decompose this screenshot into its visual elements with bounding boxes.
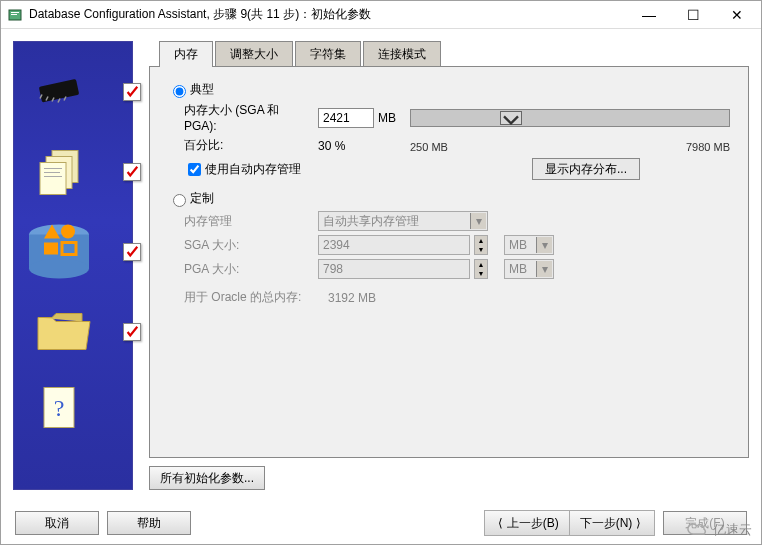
svg-line-7: [58, 99, 60, 103]
sga-spinner: ▲▼: [474, 235, 488, 255]
wizard-sidebar: ?: [13, 41, 133, 490]
total-mem-label: 用于 Oracle 的总内存:: [184, 289, 324, 306]
step-check-icon: [123, 83, 141, 101]
all-init-params-button[interactable]: 所有初始化参数...: [149, 466, 265, 490]
sga-input: [318, 235, 470, 255]
slider-max-label: 7980 MB: [686, 141, 730, 153]
chevron-down-icon: ▾: [536, 237, 552, 253]
total-mem-value: 3192 MB: [328, 291, 376, 305]
sga-label: SGA 大小:: [184, 237, 314, 254]
tab-connection-mode[interactable]: 连接模式: [363, 41, 441, 67]
svg-rect-11: [40, 163, 66, 195]
memory-size-unit: MB: [378, 111, 406, 125]
pga-unit-combo: MB ▾: [504, 259, 554, 279]
slider-thumb[interactable]: [500, 111, 522, 125]
close-button[interactable]: ✕: [715, 3, 759, 27]
svg-rect-2: [11, 14, 17, 15]
back-button[interactable]: ⟨ 上一步(B): [485, 511, 570, 535]
svg-point-17: [29, 259, 89, 279]
titlebar: Database Configuration Assistant, 步骤 9(共…: [1, 1, 761, 29]
step-icon-question: ?: [34, 384, 84, 441]
app-icon: [7, 7, 23, 23]
slider-min-label: 250 MB: [410, 141, 448, 153]
pga-input: [318, 259, 470, 279]
cancel-button[interactable]: 取消: [15, 511, 99, 535]
percent-label: 百分比:: [184, 137, 314, 154]
window-title: Database Configuration Assistant, 步骤 9(共…: [29, 6, 627, 23]
typical-radio[interactable]: [173, 85, 186, 98]
sga-unit-combo: MB ▾: [504, 235, 554, 255]
tab-panel-memory: 典型 内存大小 (SGA 和 PGA): MB: [149, 66, 749, 458]
mem-mgmt-value: 自动共享内存管理: [323, 213, 419, 230]
memory-slider[interactable]: [410, 109, 730, 127]
percent-value: 30 %: [318, 139, 374, 153]
maximize-button[interactable]: ☐: [671, 3, 715, 27]
mem-mgmt-combo: 自动共享内存管理 ▾: [318, 211, 488, 231]
step-icon-files: [34, 145, 92, 200]
finish-button: 完成(F): [663, 511, 747, 535]
show-memory-dist-button[interactable]: 显示内存分布...: [532, 158, 640, 180]
svg-rect-20: [44, 243, 58, 255]
svg-rect-1: [11, 12, 19, 13]
wizard-footer: 取消 帮助 ⟨ 上一步(B) 下一步(N) ⟩ 完成(F): [1, 502, 761, 544]
step-check-icon: [123, 323, 141, 341]
help-button[interactable]: 帮助: [107, 511, 191, 535]
custom-radio-label: 定制: [190, 190, 214, 207]
tab-strip: 内存 调整大小 字符集 连接模式: [149, 41, 749, 67]
custom-radio[interactable]: [173, 194, 186, 207]
tab-sizing[interactable]: 调整大小: [215, 41, 293, 67]
pga-spinner: ▲▼: [474, 259, 488, 279]
chevron-down-icon: ▾: [536, 261, 552, 277]
tab-memory[interactable]: 内存: [159, 41, 213, 67]
tab-charset[interactable]: 字符集: [295, 41, 361, 67]
pga-label: PGA 大小:: [184, 261, 314, 278]
memory-size-label: 内存大小 (SGA 和 PGA):: [184, 102, 314, 133]
svg-text:?: ?: [54, 395, 65, 421]
step-icon-chip: [34, 73, 86, 112]
typical-radio-label: 典型: [190, 81, 214, 98]
auto-memory-label: 使用自动内存管理: [205, 161, 301, 178]
next-button[interactable]: 下一步(N) ⟩: [570, 511, 654, 535]
step-check-icon: [123, 163, 141, 181]
memory-size-input[interactable]: [318, 108, 374, 128]
chevron-down-icon: ▾: [470, 213, 486, 229]
svg-point-19: [61, 225, 75, 239]
step-icon-database: [24, 221, 94, 284]
auto-memory-checkbox[interactable]: [188, 163, 201, 176]
step-icon-folder: [34, 306, 94, 359]
mem-mgmt-label: 内存管理: [184, 213, 314, 230]
step-check-icon: [123, 243, 141, 261]
minimize-button[interactable]: —: [627, 3, 671, 27]
